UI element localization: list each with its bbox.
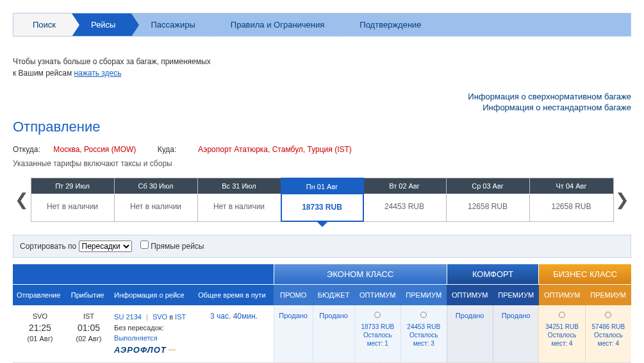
sort-label: Сортировать по [20, 242, 76, 251]
baggage-note-line1: Чтобы узнать больше о сборах за багаж, п… [13, 57, 211, 66]
date-value: 18733 RUB [282, 194, 363, 221]
next-dates-button[interactable]: ❯ [614, 190, 632, 210]
date-value: 24453 RUB [363, 194, 446, 220]
fare-promo: Продано [274, 305, 313, 363]
col-duration: Общее время в пути [194, 285, 274, 306]
radio-icon[interactable] [605, 312, 611, 318]
date-label: Пт 29 Июл [31, 178, 114, 194]
fare-comfort-optimum: Продано [447, 305, 493, 363]
fare-comfort-premium: Продано [493, 305, 539, 363]
col-biz-optimum: ОПТИМУМ [539, 285, 585, 306]
radio-icon[interactable] [420, 312, 427, 318]
step-passengers: Пассажиры [131, 13, 211, 36]
fare-optimum[interactable]: 18733 RUB Осталось мест: 1 [354, 305, 400, 363]
date-label: Ср 03 Авг [447, 178, 529, 194]
comfort-class-header: КОМФОРТ [447, 264, 539, 285]
economy-class-header: ЭКОНОМ КЛАСС [274, 264, 447, 285]
col-arrival: Прибытие [67, 285, 110, 306]
date-value: Нет в наличии [115, 194, 197, 220]
prev-dates-button[interactable]: ❮ [13, 190, 31, 210]
date-list: Пт 29 Июл Нет в наличии Сб 30 Июл Нет в … [31, 178, 614, 222]
col-comf-optimum: ОПТИМУМ [447, 285, 493, 306]
col-departure: Отправление [13, 285, 67, 306]
flight-row: SVO 21:25 (01 Авг) IST 01:05 (02 Авг) SU… [13, 305, 631, 363]
date-label: Пн 01 Авг [282, 179, 363, 194]
departure-cell: SVO 21:25 (01 Авг) [13, 305, 67, 363]
nonstandard-baggage-link[interactable]: Информация о нестандартном багаже [13, 103, 631, 112]
route-line: Откуда: Москва, Россия (MOW) Куда: Аэроп… [13, 145, 631, 154]
blank-header [13, 264, 274, 285]
date-carousel: ❮ Пт 29 Июл Нет в наличии Сб 30 Июл Нет … [13, 178, 631, 222]
date-label: Вт 02 Авг [363, 178, 446, 194]
duration-cell: 3 час. 40мин. [194, 305, 274, 363]
radio-icon[interactable] [374, 312, 381, 318]
to-value: Аэропорт Ататюрка, Стамбул, Турция (IST) [198, 145, 352, 154]
date-option-6[interactable]: Чт 04 Авг 12658 RUB [530, 178, 613, 221]
date-label: Сб 30 Июл [115, 178, 197, 194]
flight-info-cell: SU 2134 | SVO в IST Без пересадок: Выпол… [110, 305, 194, 363]
fare-premium[interactable]: 24453 RUB Осталось мест: 3 [400, 305, 447, 363]
fare-budget: Продано [313, 305, 354, 363]
airline-logo: АЭРОФЛОТ [114, 345, 167, 355]
date-label: Чт 04 Авг [530, 178, 613, 194]
date-value: 12658 RUB [530, 194, 613, 220]
sort-select[interactable]: Пересадки [79, 241, 132, 252]
radio-icon[interactable] [559, 312, 565, 318]
sort-bar: Сортировать по Пересадки Прямые рейсы [13, 235, 631, 258]
arrival-cell: IST 01:05 (02 Авг) [67, 305, 110, 363]
fare-biz-optimum[interactable]: 34251 RUB Осталось мест: 4 [539, 305, 585, 363]
business-class-header: БИЗНЕС КЛАСС [539, 264, 631, 285]
breadcrumb-steps: Поиск Рейсы Пассажиры Правила и Ограниче… [13, 13, 631, 37]
col-budget: БЮДЖЕТ [313, 285, 354, 306]
to-label: Куда: [158, 145, 190, 154]
baggage-fee-note: Чтобы узнать больше о сборах за багаж, п… [13, 56, 631, 79]
step-flights[interactable]: Рейсы [72, 13, 131, 36]
baggage-link[interactable]: нажать здесь [74, 69, 121, 78]
results-table: ЭКОНОМ КЛАСС КОМФОРТ БИЗНЕС КЛАСС Отправ… [13, 264, 631, 363]
fare-includes-note: Указанные тарифы включают таксы и сборы [13, 159, 631, 168]
departure-title: Отправление [13, 119, 631, 135]
date-value: 12658 RUB [447, 194, 529, 220]
date-option-2[interactable]: Вс 31 Июл Нет в наличии [198, 178, 281, 221]
date-label: Вс 31 Июл [198, 178, 281, 194]
col-biz-premium: ПРЕМИУМ [585, 285, 631, 306]
from-value: Москва, Россия (MOW) [53, 145, 136, 154]
col-premium: ПРЕМИУМ [400, 285, 447, 306]
direct-checkbox[interactable] [140, 241, 149, 249]
step-confirm: Подтверждение [340, 13, 631, 36]
col-flight-info: Информация о рейсе [110, 285, 194, 306]
step-search[interactable]: Поиск [13, 13, 72, 36]
date-option-5[interactable]: Ср 03 Авг 12658 RUB [447, 178, 530, 221]
date-option-4[interactable]: Вт 02 Авг 24453 RUB [363, 178, 447, 221]
baggage-info-links: Информация о сверхнормативном багаже Инф… [13, 92, 631, 112]
step-rules: Правила и Ограничения [211, 13, 341, 36]
from-label: Откуда: [13, 145, 45, 154]
airline-wing-icon: 〰 [169, 346, 176, 354]
date-option-1[interactable]: Сб 30 Июл Нет в наличии [115, 178, 198, 221]
col-optimum: ОПТИМУМ [354, 285, 400, 306]
fare-biz-premium[interactable]: 57486 RUB Осталось мест: 4 [585, 305, 631, 363]
flight-number[interactable]: SU 2134 [114, 313, 142, 321]
baggage-note-line2: к Вашим рейсам [13, 69, 74, 78]
col-promo: ПРОМО [274, 285, 313, 306]
date-value: Нет в наличии [198, 194, 281, 220]
oversize-baggage-link[interactable]: Информация о сверхнормативном багаже [13, 92, 631, 101]
date-value: Нет в наличии [31, 194, 114, 220]
col-comf-premium: ПРЕМИУМ [493, 285, 539, 306]
date-option-selected[interactable]: Пн 01 Авг 18733 RUB [281, 178, 364, 222]
direct-flights-filter[interactable]: Прямые рейсы [140, 242, 204, 251]
date-option-0[interactable]: Пт 29 Июл Нет в наличии [31, 178, 115, 221]
